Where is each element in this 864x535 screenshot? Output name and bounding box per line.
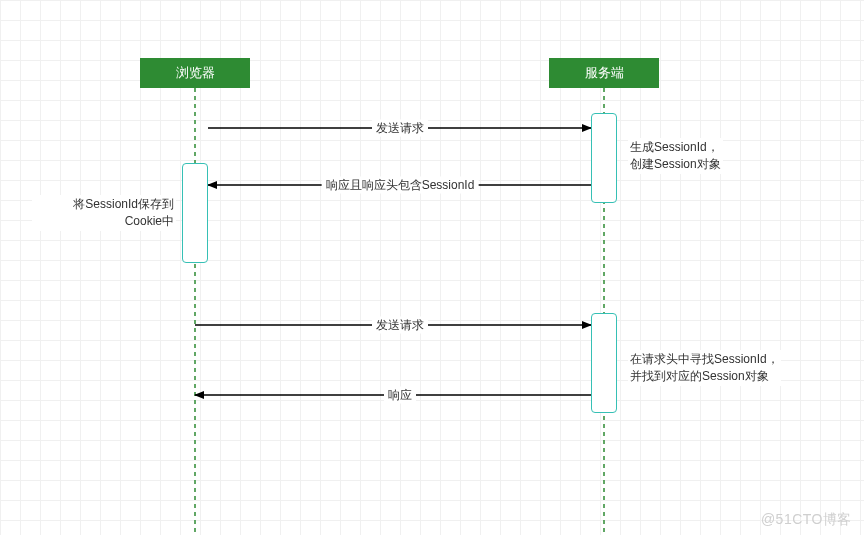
note-server-find-l1: 在请求头中寻找SessionId， (630, 352, 779, 366)
label-m1: 发送请求 (372, 120, 428, 137)
note-browser-save-l2: Cookie中 (125, 214, 174, 228)
note-browser-save: 将SessionId保存到 Cookie中 (32, 195, 176, 231)
participant-server-label: 服务端 (585, 64, 624, 82)
note-server-find-l2: 并找到对应的Session对象 (630, 369, 769, 383)
note-server-generate-l1: 生成SessionId， (630, 140, 719, 154)
note-server-generate: 生成SessionId， 创建Session对象 (628, 138, 723, 174)
activation-browser-1 (182, 163, 208, 263)
label-m3: 发送请求 (372, 317, 428, 334)
activation-server-1 (591, 113, 617, 203)
note-server-find: 在请求头中寻找SessionId， 并找到对应的Session对象 (628, 350, 781, 386)
participant-server: 服务端 (549, 58, 659, 88)
participant-browser: 浏览器 (140, 58, 250, 88)
note-server-generate-l2: 创建Session对象 (630, 157, 721, 171)
label-m2: 响应且响应头包含SessionId (322, 177, 479, 194)
diagram-svg (0, 0, 864, 535)
activation-server-2 (591, 313, 617, 413)
note-browser-save-l1: 将SessionId保存到 (73, 197, 174, 211)
watermark: @51CTO博客 (761, 511, 852, 529)
participant-browser-label: 浏览器 (176, 64, 215, 82)
label-m4: 响应 (384, 387, 416, 404)
